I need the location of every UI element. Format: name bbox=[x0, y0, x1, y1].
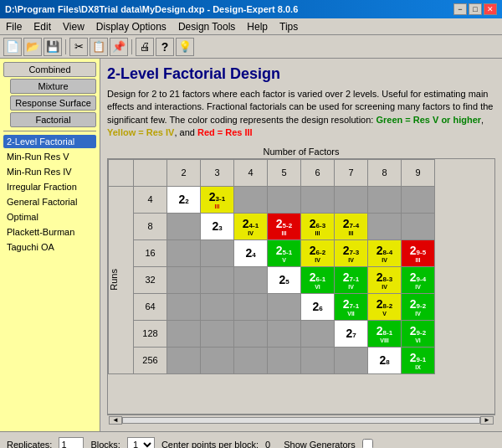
cell-r1c6[interactable]: 27-4 III bbox=[335, 213, 368, 239]
row-header-32: 32 bbox=[134, 266, 167, 293]
cell-r4c8[interactable]: 29-2 IV bbox=[402, 293, 435, 320]
table-row: 128 27 28-1 VIII bbox=[109, 320, 435, 347]
cell-r5c8[interactable]: 29-2 VI bbox=[402, 320, 435, 347]
cut-button[interactable]: ✂ bbox=[69, 38, 88, 56]
cell-r4c6[interactable]: 27-1 VII bbox=[335, 293, 368, 320]
cell-r2c6[interactable]: 27-3 IV bbox=[335, 239, 368, 266]
paste-button[interactable]: 📌 bbox=[110, 38, 128, 56]
cell-r0c8 bbox=[402, 186, 435, 213]
cell-r0c2[interactable]: 23-1 III bbox=[201, 186, 234, 213]
blocks-select[interactable]: 1 2 4 bbox=[127, 437, 155, 449]
maximize-button[interactable]: □ bbox=[469, 3, 482, 15]
runs-col-label bbox=[134, 159, 167, 186]
window-controls[interactable]: − □ ✕ bbox=[453, 3, 497, 15]
print-button[interactable]: 🖨 bbox=[136, 38, 154, 56]
horizontal-scrollbar[interactable]: ◄ ► bbox=[107, 415, 495, 425]
sidebar-item-minrun-resv[interactable]: Min-Run Res V bbox=[3, 150, 96, 163]
bottom-bar: Replicates: Blocks: 1 2 4 Center points … bbox=[0, 431, 502, 448]
menu-display-options[interactable]: Display Options bbox=[94, 21, 169, 33]
title-bar: D:\Program Files\DX8Trial data\MyDesign.… bbox=[0, 0, 502, 18]
cell-r3c6[interactable]: 27-1 IV bbox=[335, 266, 368, 293]
cell-r1c3[interactable]: 24-1 IV bbox=[234, 213, 268, 239]
table-row: 32 25 26-1 VI 27-1 IV bbox=[109, 266, 435, 293]
copy-button[interactable]: 📋 bbox=[90, 38, 108, 56]
menu-help[interactable]: Help bbox=[244, 21, 270, 33]
open-button[interactable]: 📂 bbox=[23, 38, 42, 56]
sidebar-item-optimal[interactable]: Optimal bbox=[3, 210, 96, 224]
cell-r0c1[interactable]: 22 bbox=[167, 186, 201, 213]
cell-r4c7[interactable]: 28-2 V bbox=[368, 293, 402, 320]
cell-r1c5[interactable]: 26-3 III bbox=[301, 213, 335, 239]
cell-r6c1 bbox=[167, 347, 201, 373]
cell-r2c4[interactable]: 25-1 V bbox=[268, 239, 301, 266]
close-button[interactable]: ✕ bbox=[484, 3, 497, 15]
show-generators-checkbox[interactable] bbox=[362, 439, 373, 448]
new-button[interactable]: 📄 bbox=[3, 38, 22, 56]
cell-r2c7[interactable]: 28-4 IV bbox=[368, 239, 402, 266]
replicates-input[interactable] bbox=[59, 437, 84, 449]
cell-r3c4[interactable]: 25 bbox=[268, 266, 301, 293]
green-label: Green = Res V or higher bbox=[376, 115, 481, 125]
replicates-label: Replicates: bbox=[7, 440, 52, 449]
scroll-track[interactable] bbox=[122, 417, 480, 424]
yellow-label: Yellow = Res IV bbox=[107, 127, 174, 137]
row-header-128: 128 bbox=[134, 320, 167, 347]
cell-r3c8[interactable]: 29-4 IV bbox=[402, 266, 435, 293]
cell-r3c1 bbox=[167, 266, 201, 293]
help-button[interactable]: ? bbox=[156, 38, 174, 56]
cell-r0c7 bbox=[368, 186, 402, 213]
cell-r2c3[interactable]: 24 bbox=[234, 239, 268, 266]
scroll-left-button[interactable]: ◄ bbox=[109, 416, 122, 425]
col-header-4: 4 bbox=[234, 159, 268, 186]
cell-r5c6[interactable]: 27 bbox=[335, 320, 368, 347]
row-header-256: 256 bbox=[134, 347, 167, 373]
menu-tips[interactable]: Tips bbox=[277, 21, 300, 33]
cell-r1c2[interactable]: 23 bbox=[201, 213, 234, 239]
cell-r6c8[interactable]: 29-1 IX bbox=[402, 347, 435, 373]
cell-r3c7[interactable]: 28-3 IV bbox=[368, 266, 402, 293]
lightbulb-button[interactable]: 💡 bbox=[176, 38, 194, 56]
save-button[interactable]: 💾 bbox=[44, 38, 62, 56]
row-header-16: 16 bbox=[134, 239, 167, 266]
row-header-64: 64 bbox=[134, 293, 167, 320]
sidebar: Combined Mixture Response Surface Factor… bbox=[0, 59, 100, 431]
sidebar-item-minrun-resiv[interactable]: Min-Run Res IV bbox=[3, 165, 96, 178]
cell-r4c5[interactable]: 26 bbox=[301, 293, 335, 320]
cell-r5c1 bbox=[167, 320, 201, 347]
cell-r5c5 bbox=[301, 320, 335, 347]
sidebar-group-combined[interactable]: Combined bbox=[3, 62, 96, 77]
cell-r5c4 bbox=[268, 320, 301, 347]
cell-r4c1 bbox=[167, 293, 201, 320]
menu-design-tools[interactable]: Design Tools bbox=[176, 21, 238, 33]
title-text: D:\Program Files\DX8Trial data\MyDesign.… bbox=[5, 4, 298, 14]
toolbar-separator-1 bbox=[65, 39, 66, 54]
menu-edit[interactable]: Edit bbox=[31, 21, 54, 33]
cell-r6c7[interactable]: 28 bbox=[368, 347, 402, 373]
sidebar-group-response-surface[interactable]: Response Surface bbox=[10, 95, 96, 111]
table-header-row: 2 3 4 5 6 7 8 9 bbox=[109, 159, 435, 186]
sidebar-item-general-factorial[interactable]: General Factorial bbox=[3, 195, 96, 209]
row-header-4: 4 bbox=[134, 186, 167, 213]
menu-view[interactable]: View bbox=[60, 21, 87, 33]
cell-r2c5[interactable]: 26-2 IV bbox=[301, 239, 335, 266]
sidebar-item-2level-factorial[interactable]: 2-Level Factorial bbox=[3, 135, 96, 148]
minimize-button[interactable]: − bbox=[453, 3, 467, 15]
design-table-container[interactable]: 2 3 4 5 6 7 8 9 Runs bbox=[107, 158, 495, 415]
cell-r5c7[interactable]: 28-1 VIII bbox=[368, 320, 402, 347]
sidebar-item-plackett-burman[interactable]: Plackett-Burman bbox=[3, 225, 96, 239]
scroll-right-button[interactable]: ► bbox=[480, 416, 494, 425]
cell-r2c8[interactable]: 29-5 III bbox=[402, 239, 435, 266]
cell-r6c2 bbox=[201, 347, 234, 373]
cell-r4c2 bbox=[201, 293, 234, 320]
sidebar-item-taguchi-oa[interactable]: Taguchi OA bbox=[3, 240, 96, 254]
cell-r1c4[interactable]: 25-2 III bbox=[268, 213, 301, 239]
sidebar-item-irregular-fraction[interactable]: Irregular Fraction bbox=[3, 180, 96, 193]
sidebar-group-mixture[interactable]: Mixture bbox=[10, 79, 96, 94]
table-row: 8 23 24-1 IV 25-2 III bbox=[109, 213, 435, 239]
cell-r3c5[interactable]: 26-1 VI bbox=[301, 266, 335, 293]
cell-r5c2 bbox=[201, 320, 234, 347]
menu-file[interactable]: File bbox=[3, 21, 24, 33]
cell-r1c8 bbox=[402, 213, 435, 239]
sidebar-group-factorial[interactable]: Factorial bbox=[10, 112, 96, 127]
cell-r5c3 bbox=[234, 320, 268, 347]
